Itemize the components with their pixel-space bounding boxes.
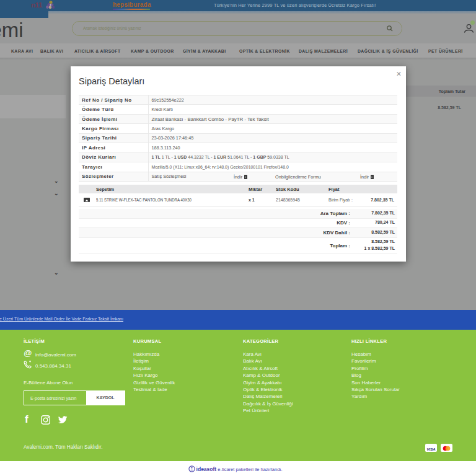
svg-text:VISA: VISA [426, 447, 435, 451]
